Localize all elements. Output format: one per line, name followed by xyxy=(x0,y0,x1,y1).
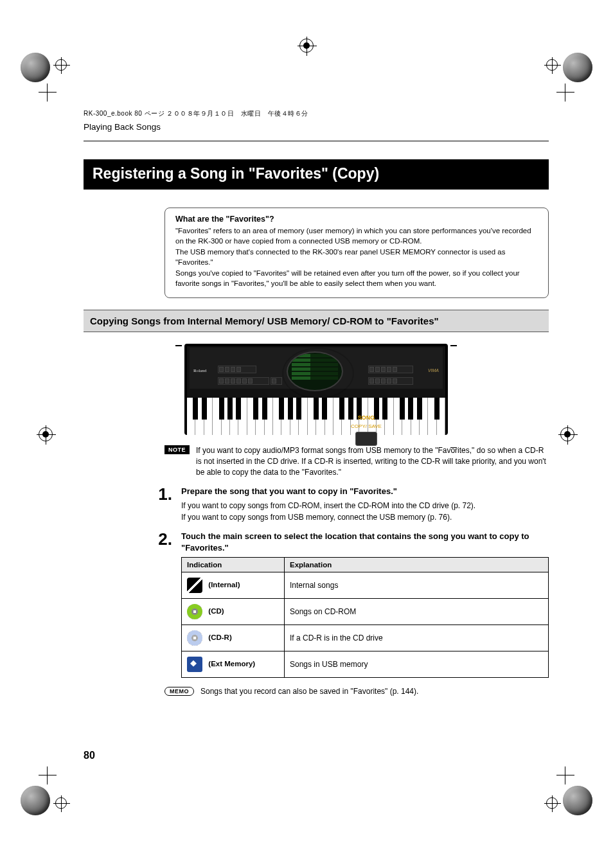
header-meta-line: RK-300_e.book 80 ページ ２００８年９月１０日 水曜日 午後４時… xyxy=(84,109,549,118)
horizontal-rule xyxy=(84,141,549,141)
memo-block: MEMO Songs that you record can also be s… xyxy=(164,687,549,696)
step-paragraph: If you want to copy songs from USB memor… xyxy=(181,512,549,523)
step-number: 2 xyxy=(157,531,172,678)
keyboard-panel: Roland VIMA xyxy=(187,346,445,398)
table-header-explanation: Explanation xyxy=(285,558,549,572)
step-lead: Touch the main screen to select the loca… xyxy=(181,531,549,553)
indication-explanation: Songs in USB memory xyxy=(285,651,549,678)
indication-label: (Ext Memory) xyxy=(208,660,255,668)
step-1: 1 Prepare the song that you want to copy… xyxy=(157,486,549,523)
vima-logo: VIMA xyxy=(428,368,439,373)
table-row: (CD) Songs on CD-ROM xyxy=(182,599,549,625)
indication-label: (CD-R) xyxy=(208,633,231,641)
usb-memory-icon xyxy=(187,657,202,672)
indication-explanation: Internal songs xyxy=(285,572,549,599)
internal-icon xyxy=(187,578,202,593)
indication-label: (Internal) xyxy=(208,581,240,589)
print-corner-knob xyxy=(21,786,50,815)
registration-target-icon xyxy=(55,59,67,71)
section-title: Playing Back Songs xyxy=(84,122,549,132)
step-number: 1 xyxy=(157,486,172,523)
favorites-info-box: What are the "Favorites"? "Favorites" re… xyxy=(164,208,549,298)
indication-explanation: If a CD-R is in the CD drive xyxy=(285,625,549,651)
piano-keys-icon xyxy=(187,398,445,435)
registration-target-icon xyxy=(299,39,314,53)
cdr-icon xyxy=(187,630,202,646)
crop-mark-icon xyxy=(556,766,574,784)
memo-text: Songs that you record can also be saved … xyxy=(200,687,418,696)
page-content: RK-300_e.book 80 ページ ２００８年９月１０日 水曜日 午後４時… xyxy=(84,109,549,759)
print-corner-knob xyxy=(563,786,592,815)
page-title-band: Registering a Song in "Favorites" (Copy) xyxy=(84,159,549,190)
brand-label: Roland xyxy=(193,368,206,373)
registration-target-icon xyxy=(55,797,67,809)
table-row: (Internal) Internal songs xyxy=(182,572,549,599)
memo-badge: MEMO xyxy=(164,687,194,696)
crop-mark-icon xyxy=(39,766,57,784)
indication-label: (CD) xyxy=(208,607,224,615)
callout-song-label: SONG xyxy=(345,414,387,421)
song-copy-callout: SONG COPY/ SAVE xyxy=(345,414,387,446)
step-lead: Prepare the song that you want to copy i… xyxy=(181,486,549,497)
registration-target-icon xyxy=(546,59,558,71)
print-corner-knob xyxy=(21,53,50,82)
registration-target-icon xyxy=(39,427,53,441)
info-box-paragraph: "Favorites" refers to an area of memory … xyxy=(175,226,538,246)
keyboard-figure: Roland VIMA xyxy=(184,344,448,435)
crop-mark-icon xyxy=(556,84,574,102)
callout-copy-label: COPY/ SAVE xyxy=(345,423,387,429)
subsection-heading: Copying Songs from Internal Memory/ USB … xyxy=(84,310,549,332)
copy-save-button-icon xyxy=(355,432,377,446)
info-box-paragraph: Songs you've copied to "Favorites" will … xyxy=(175,269,538,288)
note-text: If you want to copy audio/MP3 format son… xyxy=(196,445,549,477)
lcd-screen-icon xyxy=(287,351,343,391)
indication-table: Indication Explanation (Internal) Intern… xyxy=(181,557,549,678)
info-box-title: What are the "Favorites"? xyxy=(175,215,538,224)
note-block: NOTE If you want to copy audio/MP3 forma… xyxy=(164,445,549,477)
registration-target-icon xyxy=(560,427,574,441)
print-corner-knob xyxy=(563,53,592,82)
crop-mark-icon xyxy=(39,84,57,102)
step-2: 2 Touch the main screen to select the lo… xyxy=(157,531,549,678)
table-header-indication: Indication xyxy=(182,558,285,572)
info-box-paragraph: The USB memory that's connected to the R… xyxy=(175,247,538,267)
registration-target-icon xyxy=(546,797,558,809)
book-meta-text: RK-300_e.book 80 ページ ２００８年９月１０日 水曜日 午後４時… xyxy=(84,110,308,117)
table-row: (CD-R) If a CD-R is in the CD drive xyxy=(182,625,549,651)
cd-icon xyxy=(187,604,202,619)
table-row: (Ext Memory) Songs in USB memory xyxy=(182,651,549,678)
page-number: 80 xyxy=(84,750,95,761)
step-paragraph: If you want to copy songs from CD-ROM, i… xyxy=(181,500,549,511)
indication-explanation: Songs on CD-ROM xyxy=(285,599,549,625)
